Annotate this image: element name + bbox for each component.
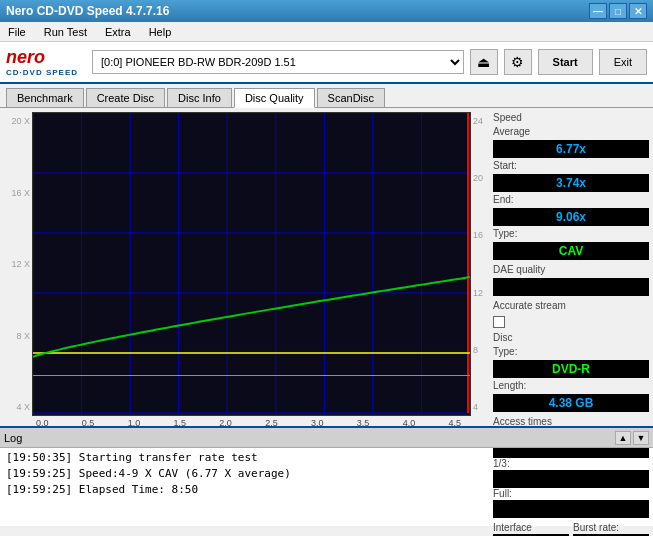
tab-create-disc[interactable]: Create Disc — [86, 88, 165, 107]
log-entry-1: [19:59:25] Speed:4-9 X CAV (6.77 X avera… — [6, 466, 647, 482]
y-label-12: 12 X — [11, 259, 30, 269]
window-title: Nero CD-DVD Speed 4.7.7.16 — [6, 4, 169, 18]
dae-value — [493, 278, 649, 296]
accurate-stream-row: Accurate stream — [493, 300, 649, 312]
main-area: 20 X 16 X 12 X 8 X 4 X 24 20 16 12 8 4 0… — [0, 108, 653, 426]
toolbar: nero CD·DVD SPEED [0:0] PIONEER BD-RW BD… — [0, 42, 653, 84]
options-button[interactable]: ⚙ — [504, 49, 532, 75]
tab-benchmark[interactable]: Benchmark — [6, 88, 84, 107]
close-button[interactable]: ✕ — [629, 3, 647, 19]
log-content: [19:50:35] Starting transfer rate test [… — [0, 448, 653, 526]
y-label-4: 4 X — [16, 402, 30, 412]
menu-file[interactable]: File — [4, 24, 30, 40]
tab-disc-info[interactable]: Disc Info — [167, 88, 232, 107]
accurate-stream-checkbox[interactable] — [493, 316, 505, 328]
accurate-stream-checkbox-row[interactable] — [493, 316, 649, 328]
y-right-4: 4 — [473, 402, 478, 412]
log-up-btn[interactable]: ▲ — [615, 431, 631, 445]
x-3.5: 3.5 — [357, 418, 370, 428]
disc-type-label: Type: — [493, 346, 649, 357]
tab-scan-disc[interactable]: ScanDisc — [317, 88, 385, 107]
menu-bar: File Run Test Extra Help — [0, 22, 653, 42]
drive-select[interactable]: [0:0] PIONEER BD-RW BDR-209D 1.51 — [92, 50, 464, 74]
type-value: CAV — [493, 242, 649, 260]
logo-sub: CD·DVD SPEED — [6, 68, 78, 77]
title-bar-controls: — □ ✕ — [589, 3, 647, 19]
right-panel: Speed Average 6.77x Start: 3.74x End: 9.… — [493, 108, 653, 426]
accurate-stream-label: Accurate stream — [493, 300, 566, 311]
tab-disc-quality[interactable]: Disc Quality — [234, 88, 315, 108]
y-label-20: 20 X — [11, 116, 30, 126]
log-title: Log — [4, 432, 22, 444]
y-label-8: 8 X — [16, 331, 30, 341]
end-value: 9.06x — [493, 208, 649, 226]
x-4.0: 4.0 — [403, 418, 416, 428]
menu-run-test[interactable]: Run Test — [40, 24, 91, 40]
y-right-24: 24 — [473, 116, 483, 126]
chart-canvas — [33, 113, 470, 413]
y-right-16: 16 — [473, 230, 483, 240]
start-value: 3.74x — [493, 174, 649, 192]
y-label-16: 16 X — [11, 188, 30, 198]
x-2.0: 2.0 — [219, 418, 232, 428]
minimize-button[interactable]: — — [589, 3, 607, 19]
disc-length-label: Length: — [493, 380, 649, 391]
speed-label: Speed — [493, 112, 649, 123]
y-axis-right: 24 20 16 12 8 4 — [471, 112, 493, 416]
title-bar: Nero CD-DVD Speed 4.7.7.16 — □ ✕ — [0, 0, 653, 22]
access-times-label: Access times — [493, 416, 649, 427]
x-3.0: 3.0 — [311, 418, 324, 428]
type-label: Type: — [493, 228, 649, 239]
maximize-button[interactable]: □ — [609, 3, 627, 19]
disc-type-value: DVD-R — [493, 360, 649, 378]
y-right-12: 12 — [473, 288, 483, 298]
y-right-20: 20 — [473, 173, 483, 183]
y-right-8: 8 — [473, 345, 478, 355]
eject-button[interactable]: ⏏ — [470, 49, 498, 75]
dae-quality-label: DAE quality — [493, 264, 649, 275]
x-0.5: 0.5 — [82, 418, 95, 428]
average-value: 6.77x — [493, 140, 649, 158]
x-0.0: 0.0 — [36, 418, 49, 428]
x-2.5: 2.5 — [265, 418, 278, 428]
menu-extra[interactable]: Extra — [101, 24, 135, 40]
tabs: Benchmark Create Disc Disc Info Disc Qua… — [0, 84, 653, 108]
start-button[interactable]: Start — [538, 49, 593, 75]
y-axis-left: 20 X 16 X 12 X 8 X 4 X — [4, 112, 32, 416]
x-4.5: 4.5 — [448, 418, 461, 428]
log-entry-0: [19:50:35] Starting transfer rate test — [6, 450, 647, 466]
disc-length-value: 4.38 GB — [493, 394, 649, 412]
logo-nero: nero — [6, 47, 45, 68]
x-1.5: 1.5 — [173, 418, 186, 428]
log-down-btn[interactable]: ▼ — [633, 431, 649, 445]
log-area: Log ▲ ▼ [19:50:35] Starting transfer rat… — [0, 426, 653, 526]
end-label: End: — [493, 194, 649, 205]
log-header: Log ▲ ▼ — [0, 428, 653, 448]
menu-help[interactable]: Help — [145, 24, 176, 40]
start-label: Start: — [493, 160, 649, 171]
disc-label: Disc — [493, 332, 649, 343]
log-entry-2: [19:59:25] Elapsed Time: 8:50 — [6, 482, 647, 498]
average-label: Average — [493, 126, 649, 137]
x-axis: 0.0 0.5 1.0 1.5 2.0 2.5 3.0 3.5 4.0 4.5 — [4, 418, 493, 428]
x-1.0: 1.0 — [128, 418, 141, 428]
exit-button[interactable]: Exit — [599, 49, 647, 75]
logo: nero CD·DVD SPEED — [6, 47, 78, 77]
